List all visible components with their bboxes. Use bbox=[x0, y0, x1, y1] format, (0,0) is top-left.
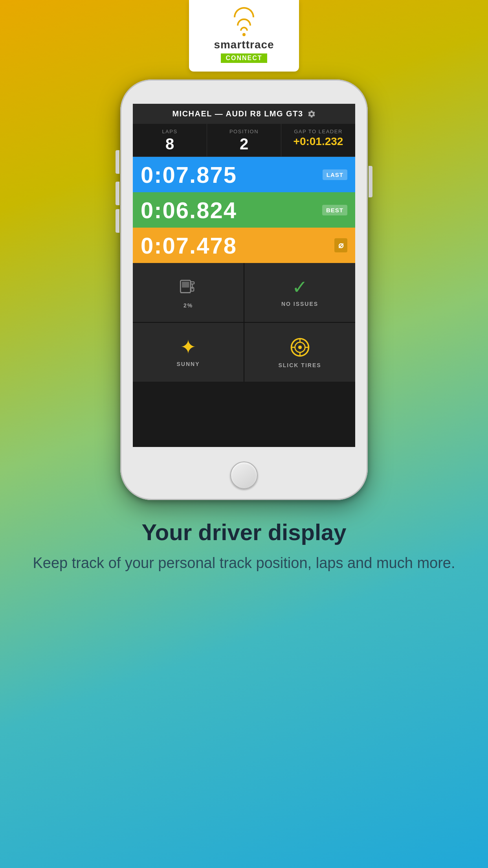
tires-label: SLICK TIRES bbox=[278, 362, 321, 368]
bottom-title: Your driver display bbox=[33, 520, 455, 545]
laps-cell: LAPS 8 bbox=[133, 124, 207, 156]
fuel-panel: 2% bbox=[133, 263, 244, 322]
phone-device: MICHAEL — AUDI R8 LMG GT3 LAPS 8 POSITIO… bbox=[120, 79, 368, 500]
position-value: 2 bbox=[210, 136, 278, 152]
logo-container: smarttrace CONNECT bbox=[189, 0, 299, 72]
gap-value: +0:01.232 bbox=[284, 136, 352, 147]
home-button[interactable] bbox=[230, 462, 258, 489]
gap-cell: GAP TO LEADER +0:01.232 bbox=[281, 124, 355, 156]
driver-title: MICHAEL — AUDI R8 LMG GT3 bbox=[172, 109, 303, 118]
phone-shell: MICHAEL — AUDI R8 LMG GT3 LAPS 8 POSITIO… bbox=[120, 79, 368, 500]
bottom-subtitle: Keep track of your personal track positi… bbox=[33, 553, 455, 574]
issues-label: NO ISSUES bbox=[281, 301, 318, 307]
laps-label: LAPS bbox=[136, 129, 204, 134]
position-label: POSITION bbox=[210, 129, 278, 134]
fuel-percent: 2% bbox=[183, 302, 193, 309]
svg-point-8 bbox=[298, 345, 301, 349]
weather-label: SUNNY bbox=[176, 361, 200, 367]
issues-panel: ✓ NO ISSUES bbox=[244, 263, 355, 322]
avg-lap-time: 0:07.478 bbox=[141, 232, 237, 259]
screen-header: MICHAEL — AUDI R8 LMG GT3 bbox=[133, 104, 355, 124]
weather-panel: ✦ SUNNY bbox=[133, 323, 244, 382]
best-lap-bar: 0:06.824 BEST bbox=[133, 192, 355, 228]
connect-badge: CONNECT bbox=[221, 53, 267, 63]
check-icon: ✓ bbox=[292, 278, 308, 297]
phone-top-notch bbox=[215, 86, 273, 97]
fuel-icon bbox=[178, 277, 199, 298]
last-lap-time: 0:07.875 bbox=[141, 162, 237, 188]
svg-rect-1 bbox=[182, 281, 189, 287]
last-lap-bar: 0:07.875 LAST bbox=[133, 157, 355, 192]
wifi-icon bbox=[234, 7, 254, 36]
laps-value: 8 bbox=[136, 136, 204, 152]
panels-grid: 2% ✓ NO ISSUES ✦ SUNNY bbox=[133, 263, 355, 382]
phone-screen: MICHAEL — AUDI R8 LMG GT3 LAPS 8 POSITIO… bbox=[133, 104, 355, 447]
settings-icon[interactable] bbox=[307, 110, 316, 118]
position-cell: POSITION 2 bbox=[207, 124, 281, 156]
last-lap-badge: LAST bbox=[323, 169, 347, 180]
tires-panel: SLICK TIRES bbox=[244, 323, 355, 382]
sun-icon: ✦ bbox=[180, 337, 196, 357]
logo-text: smarttrace bbox=[214, 39, 274, 51]
avg-lap-bar: 0:07.478 ⌀ bbox=[133, 228, 355, 263]
bottom-text: Your driver display Keep track of your p… bbox=[1, 520, 486, 574]
gap-label: GAP TO LEADER bbox=[284, 129, 352, 134]
stats-row: LAPS 8 POSITION 2 GAP TO LEADER +0:01.23… bbox=[133, 124, 355, 157]
avg-lap-badge: ⌀ bbox=[334, 238, 347, 252]
best-lap-badge: BEST bbox=[322, 205, 347, 215]
best-lap-time: 0:06.824 bbox=[141, 197, 237, 223]
tire-icon bbox=[289, 337, 311, 358]
